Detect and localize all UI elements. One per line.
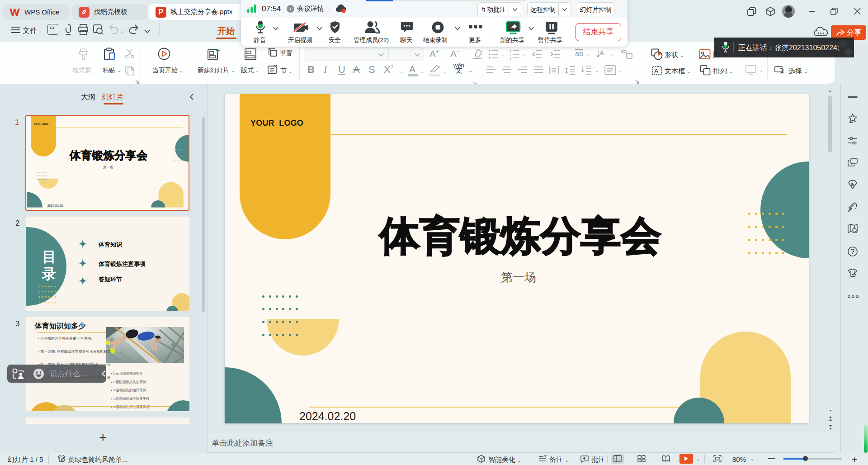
svg-text:A: A	[599, 49, 604, 57]
svg-text:A: A	[654, 67, 659, 75]
svg-text:3: 3	[509, 57, 512, 60]
